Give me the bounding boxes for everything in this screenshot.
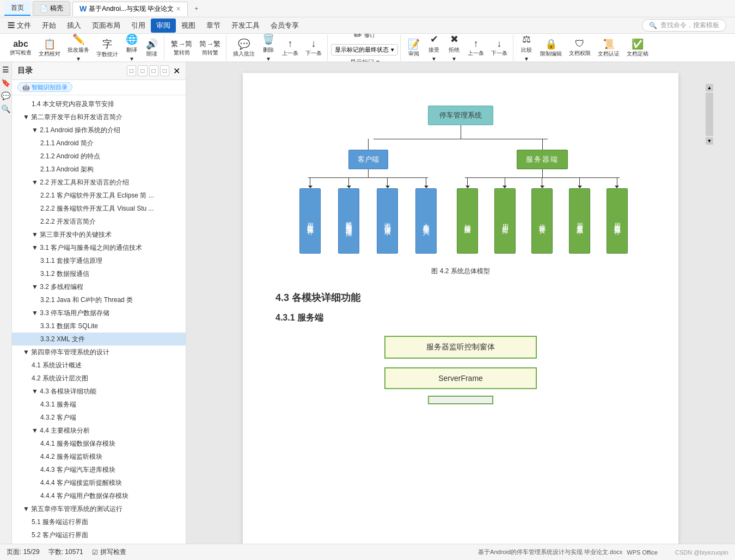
toc-item-7[interactable]: 2.2.1 客户端软件开发工具 Eclipse 简 ... [12, 189, 186, 202]
tab-document[interactable]: W 基于Androi...与实现 毕业论文 ✕ [72, 2, 188, 16]
word-count-label: 字数统计 [96, 51, 118, 58]
toc-ctrl-more[interactable]: □ [160, 65, 169, 76]
prev-change-button[interactable]: ↑ 上一条 [464, 36, 487, 59]
toc-ctrl-expand[interactable]: □ [127, 65, 136, 76]
scroll-up-btn[interactable]: ▲ [706, 84, 713, 91]
toc-item-32[interactable]: 5.1 服务端运行界面 [12, 515, 186, 528]
menu-reference[interactable]: 引用 [126, 19, 151, 33]
toc-ctrl-list[interactable]: □ [149, 65, 158, 76]
toc-item-15[interactable]: 3.2.1 Java 和 C#中的 Thread 类 [12, 293, 186, 306]
search-panel-icon[interactable]: 🔍 [1, 104, 10, 113]
document-area[interactable]: ▲ ▼ 停车管理系统 [186, 62, 735, 544]
menu-insert[interactable]: 插入 [62, 19, 87, 33]
menu-chapter[interactable]: 章节 [201, 19, 226, 33]
menu-review[interactable]: 审阅 [151, 19, 176, 33]
correction-service-button[interactable]: ✏️ 批改服务 ▾ [64, 34, 93, 62]
next-comment-button[interactable]: ↓ 下一条 [302, 36, 325, 59]
toc-item-27[interactable]: 4.4.2 服务端监听模块 [12, 450, 186, 463]
toc-item-22[interactable]: ▼ 4.3 各模块详细功能 [12, 385, 186, 398]
reject-button[interactable]: ✖ 拒绝 ▾ [444, 34, 464, 62]
spell-check-button[interactable]: abc 拼写检查 [7, 38, 35, 58]
menu-pagelayout[interactable]: 页面布局 [87, 19, 126, 33]
insert-comment-button[interactable]: 💬 插入批注 [230, 36, 258, 59]
show-markup-button[interactable]: 显示标记 ▾ [331, 57, 398, 63]
delete-comment-button[interactable]: 🗑️ 删除 ▾ [259, 34, 278, 62]
scroll-thumb[interactable] [706, 93, 713, 136]
menu-view[interactable]: 视图 [176, 19, 201, 33]
tab-close-icon[interactable]: ✕ [176, 5, 181, 13]
toc-item-16[interactable]: ▼ 3.3 停车场用户数据存储 [12, 306, 186, 319]
menu-devtools[interactable]: 开发工具 [226, 19, 265, 33]
client-children: 用户数据保存 监听服务端进出库情 汽车出 [292, 177, 444, 254]
accept-button[interactable]: ✔ 接受 ▾ [424, 34, 444, 62]
toc-item-3[interactable]: 2.1.1 Android 简介 [12, 137, 186, 150]
next-change-button[interactable]: ↓ 下一条 [488, 36, 511, 59]
home-tab[interactable]: 首页 [4, 1, 30, 16]
toc-item-20[interactable]: 4.1 系统设计概述 [12, 359, 186, 372]
menu-member[interactable]: 会员专享 [265, 19, 304, 33]
doc-auth-button[interactable]: 📜 文档认证 [595, 36, 623, 59]
toc-item-2[interactable]: ▼ 2.1 Android 操作系统的介绍 [12, 124, 186, 137]
simp-to-trad-button[interactable]: 简→繁 简转繁 [196, 38, 224, 58]
toc-item-13[interactable]: 3.1.2 数据报通信 [12, 267, 186, 280]
comment-panel-icon[interactable]: 💬 [1, 91, 10, 100]
app-name-status: WPS Office [627, 549, 658, 556]
toc-item-9[interactable]: 2.2.2 开发语言简介 [12, 215, 186, 228]
read-aloud-button[interactable]: 🔊 朗读 [142, 36, 162, 59]
toc-item-5[interactable]: 2.1.3 Android 架构 [12, 163, 186, 176]
toc-item-30[interactable]: 4.4.4 客户端用户数据保存模块 [12, 489, 186, 502]
translate-button[interactable]: 🌐 翻译 ▾ [122, 34, 142, 62]
toc-item-34[interactable]: 结论 [12, 541, 186, 544]
toc-item-23[interactable]: 4.3.1 服务端 [12, 398, 186, 411]
toc-item-0[interactable]: 1.4 本文研究内容及章节安排 [12, 97, 186, 110]
toc-item-25[interactable]: ▼ 4.4 主要模块分析 [12, 424, 186, 437]
toc-item-8[interactable]: 2.2.2 服务端软件开发工具 Visual Stu ... [12, 202, 186, 215]
toc-item-10[interactable]: ▼ 第三章开发中的关键技术 [12, 228, 186, 241]
toc-item-33[interactable]: 5.2 客户端运行界面 [12, 528, 186, 541]
toc-item-17[interactable]: 3.3.1 数据库 SQLite [12, 319, 186, 333]
toc-item-19[interactable]: ▼ 第四章停车管理系统的设计 [12, 346, 186, 359]
tab-guke[interactable]: 📄 稿壳 [33, 1, 70, 16]
compare-button[interactable]: ⚖ 比较 ▾ [517, 34, 536, 62]
toc-close-icon[interactable]: ✕ [173, 66, 180, 76]
spell-check-icon: abc [13, 39, 28, 49]
toc-ctrl-collapse[interactable]: □ [138, 65, 147, 76]
word-count-button[interactable]: 字 字数统计 [93, 36, 121, 60]
reject-label: 拒绝 [449, 46, 460, 54]
trad-to-simp-button[interactable]: 繁→简 繁转简 [168, 38, 195, 58]
nav-icon[interactable]: ☰ [2, 65, 9, 74]
toc-item-18[interactable]: 3.3.2 XML 文件 [12, 333, 186, 346]
spell-check-status[interactable]: ☑ 拼写检查 [92, 547, 126, 557]
restrict-edit-button[interactable]: 🔒 限制编辑 [537, 36, 565, 59]
toc-item-1[interactable]: ▼ 第二章开发平台和开发语言简介 [12, 110, 186, 124]
spell-check-checkbox[interactable]: ☑ [92, 549, 98, 556]
review-status-select[interactable]: 显示标记的最终状态 ▾ [331, 44, 398, 56]
server-child-1: 短信提醒 [457, 188, 478, 254]
toc-item-6[interactable]: ▼ 2.2 开发工具和开发语言的介绍 [12, 176, 186, 189]
doc-finalize-button[interactable]: ✅ 文档定稿 [623, 36, 652, 59]
toc-item-12[interactable]: 3.1.1 套接字通信原理 [12, 254, 186, 267]
menu-file[interactable]: ☰ 文件 [2, 19, 36, 33]
bookmark-icon[interactable]: 🔖 [1, 78, 10, 87]
toc-item-4[interactable]: 2.1.2 Android 的特点 [12, 150, 186, 163]
simp-trad-icon: 简→繁 [199, 39, 220, 49]
toc-item-11[interactable]: ▼ 3.1 客户端与服务端之间的通信技术 [12, 241, 186, 254]
toc-item-21[interactable]: 4.2 系统设计层次图 [12, 372, 186, 385]
track-changes-button[interactable]: ✏ 修订 [331, 34, 398, 43]
prev-comment-button[interactable]: ↑ 上一条 [279, 36, 302, 59]
toc-item-14[interactable]: ▼ 3.2 多线程编程 [12, 280, 186, 293]
doc-proofing-button[interactable]: 📋 文档校对 [35, 36, 64, 59]
search-bar[interactable]: 🔍 查找命令，搜索模板 [642, 19, 726, 32]
new-tab-button[interactable]: + [190, 3, 203, 15]
toc-item-26[interactable]: 4.4.1 服务端数据保存模块 [12, 437, 186, 450]
toc-item-28[interactable]: 4.4.3 客户端汽车进库模块 [12, 463, 186, 476]
doc-rights-button[interactable]: 🛡 文档权限 [566, 36, 594, 59]
menu-start[interactable]: 开始 [36, 19, 62, 33]
toc-item-24[interactable]: 4.3.2 客户端 [12, 411, 186, 424]
reject-dropdown-icon: ▾ [452, 55, 456, 63]
scroll-down-btn[interactable]: ▼ [706, 137, 713, 145]
smart-toc-button[interactable]: 🤖 智能识别目录 [17, 82, 72, 92]
toc-item-29[interactable]: 4.4.4 客户端接监听提醒模块 [12, 476, 186, 489]
toc-item-31[interactable]: ▼ 第五章停车管理系统的测试运行 [12, 502, 186, 515]
review-pane-button[interactable]: 📝 审阅 [404, 36, 424, 59]
